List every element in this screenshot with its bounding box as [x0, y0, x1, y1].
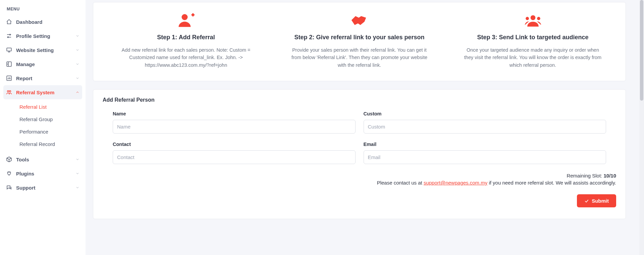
- sidebar-item-profile-setting[interactable]: Profile Setting: [0, 29, 86, 43]
- sidebar-item-label: Profile Setting: [16, 33, 50, 39]
- contact-line: Please contact us at support@newpages.co…: [103, 180, 616, 186]
- input-name[interactable]: [113, 120, 356, 134]
- sidebar-item-label: Manage: [16, 61, 35, 67]
- svg-point-5: [7, 91, 9, 92]
- field-custom: Custom: [364, 111, 606, 134]
- sub-nav-performance[interactable]: Performance: [0, 125, 86, 138]
- sidebar-item-label: Support: [16, 185, 36, 191]
- sidebar-item-report[interactable]: Report: [0, 71, 86, 85]
- label-custom: Custom: [364, 111, 606, 116]
- menu-heading: MENU: [0, 5, 86, 15]
- remaining-slot: Remaining Slot: 10/10: [103, 173, 616, 178]
- step-desc: Once your targeted audience made any inq…: [463, 46, 603, 69]
- svg-point-10: [537, 17, 540, 20]
- step-title: Step 3: Send Link to targeted audience: [449, 34, 616, 41]
- handshake-icon: [350, 11, 369, 29]
- bar-chart-icon: [6, 75, 12, 81]
- remaining-slot-label: Remaining Slot:: [567, 173, 603, 178]
- cube-icon: [6, 156, 12, 162]
- page-scrollbar[interactable]: [639, 0, 644, 255]
- sidebar-item-dashboard[interactable]: Dashboard: [0, 15, 86, 29]
- label-email: Email: [364, 142, 606, 147]
- svg-point-6: [9, 91, 11, 92]
- chat-icon: [6, 185, 12, 191]
- add-referral-card: Add Referral Person Name Custom Contact …: [93, 89, 626, 219]
- chevron-down-icon: [75, 34, 79, 38]
- svg-rect-2: [7, 48, 11, 51]
- sub-nav-referral-record[interactable]: Referral Record: [0, 138, 86, 150]
- sub-nav-referral-list[interactable]: Referral List: [0, 101, 86, 113]
- sub-nav-referral-group[interactable]: Referral Group: [0, 113, 86, 125]
- sidebar-item-label: Referral System: [16, 90, 54, 95]
- people-icon: [6, 89, 12, 95]
- sidebar-item-label: Report: [16, 75, 32, 81]
- sidebar-item-label: Website Setting: [16, 47, 54, 53]
- users-icon: [523, 11, 543, 29]
- chevron-up-icon: [75, 90, 79, 94]
- step-desc: Provide your sales person with their ref…: [289, 46, 430, 69]
- step-1: Step 1: Add Referral Add new referral li…: [103, 11, 269, 69]
- chevron-down-icon: [75, 48, 79, 52]
- input-custom[interactable]: [364, 120, 606, 134]
- remaining-slot-value: 10/10: [603, 173, 616, 178]
- field-name: Name: [113, 111, 356, 134]
- submit-label: Submit: [592, 198, 609, 204]
- sidebar-item-website-setting[interactable]: Website Setting: [0, 43, 86, 57]
- sidebar-item-label: Dashboard: [16, 19, 42, 25]
- support-email-link[interactable]: support@newpages.com.my: [424, 180, 487, 186]
- sidebar-item-support[interactable]: Support: [0, 181, 86, 195]
- label-name: Name: [113, 111, 356, 116]
- chevron-down-icon: [75, 76, 79, 80]
- main-content: Step 1: Add Referral Add new referral li…: [86, 0, 639, 255]
- input-contact[interactable]: [113, 150, 356, 164]
- sliders-icon: [6, 33, 12, 39]
- sidebar-item-tools[interactable]: Tools: [0, 152, 86, 166]
- step-2: Step 2: Give referral link to your sales…: [276, 11, 443, 69]
- chevron-down-icon: [75, 62, 79, 66]
- svg-point-0: [10, 34, 11, 35]
- svg-point-7: [181, 14, 187, 20]
- contact-pre: Please contact us at: [377, 180, 424, 186]
- sidebar: MENU Dashboard Profile Setting Website S…: [0, 0, 86, 255]
- referral-sub-nav: Referral List Referral Group Performance…: [0, 99, 86, 152]
- svg-point-8: [530, 15, 535, 20]
- user-plus-icon: [177, 11, 195, 29]
- contact-post: if you need more referral slot. We will …: [487, 180, 616, 186]
- chevron-down-icon: [75, 157, 79, 161]
- form-title: Add Referral Person: [103, 97, 616, 103]
- steps-card: Step 1: Add Referral Add new referral li…: [93, 2, 626, 81]
- field-email: Email: [364, 142, 606, 164]
- sidebar-item-manage[interactable]: Manage: [0, 57, 86, 71]
- svg-point-1: [8, 37, 9, 38]
- step-title: Step 2: Give referral link to your sales…: [276, 34, 443, 41]
- submit-button[interactable]: Submit: [577, 194, 616, 207]
- label-contact: Contact: [113, 142, 356, 147]
- step-desc: Add new referral link for each sales per…: [116, 46, 257, 69]
- chevron-down-icon: [75, 171, 79, 175]
- sidebar-item-label: Tools: [16, 157, 29, 162]
- step-title: Step 1: Add Referral: [103, 34, 269, 41]
- sidebar-item-plugins[interactable]: Plugins: [0, 166, 86, 181]
- plug-icon: [6, 170, 12, 176]
- monitor-icon: [6, 47, 12, 53]
- field-contact: Contact: [113, 142, 356, 164]
- home-icon: [6, 19, 12, 25]
- sidebar-item-label: Plugins: [16, 171, 34, 176]
- step-3: Step 3: Send Link to targeted audience O…: [449, 11, 616, 69]
- chevron-down-icon: [75, 186, 79, 190]
- sidebar-item-referral-system[interactable]: Referral System: [3, 85, 82, 99]
- layout-icon: [6, 61, 12, 67]
- svg-point-9: [526, 17, 529, 20]
- input-email[interactable]: [364, 150, 606, 164]
- scrollbar-thumb[interactable]: [640, 0, 643, 101]
- check-icon: [584, 199, 589, 203]
